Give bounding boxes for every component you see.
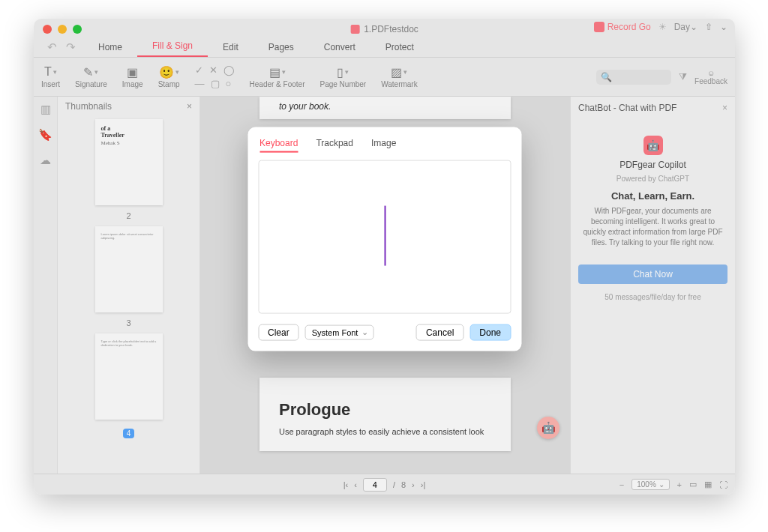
modal-tab-image[interactable]: Image (371, 137, 396, 152)
undo-button[interactable]: ↶ (47, 40, 57, 54)
page-sep: / (393, 480, 395, 489)
view-grid-icon[interactable]: ▦ (704, 480, 712, 489)
rail-attachments-icon[interactable]: ☁ (40, 154, 51, 167)
toolbar-right: 🔍 ⧩ ☺ Feedback (596, 69, 728, 85)
x-icon[interactable]: ✕ (209, 64, 218, 76)
stamp-icon: 🙂 (159, 65, 174, 79)
thumbnail-page-1[interactable]: of a Traveller Mehak S (95, 119, 163, 205)
theme-icon[interactable]: ☀ (658, 22, 667, 32)
page-nav: |‹ ‹ / 8 › ›| (344, 478, 426, 492)
floating-bot-button[interactable]: 🤖 (537, 417, 560, 439)
more-icon[interactable]: ⌄ (720, 22, 728, 32)
signature-icon: ✎ (83, 65, 93, 79)
copilot-sub: Powered by ChatGPT (616, 175, 689, 183)
tool-header-footer[interactable]: ▤▾ Header & Footer (250, 65, 305, 88)
prologue-body: Use paragraph styles to easily achieve a… (279, 427, 491, 436)
tool-watermark[interactable]: ▨▾ Watermark (381, 65, 418, 88)
copilot-headline: Chat, Learn, Earn. (611, 190, 694, 202)
theme-select[interactable]: Day⌄ (674, 22, 698, 32)
square-icon[interactable]: ▢ (211, 78, 220, 89)
thumbnail-list: of a Traveller Mehak S 2 Lorem ipsum dol… (58, 116, 200, 474)
modal-tab-trackpad[interactable]: Trackpad (316, 137, 353, 152)
tool-shapes: ✓✕◯ —▢○ (195, 64, 235, 89)
window-controls (43, 25, 82, 34)
copilot-title: PDFgear Copilot (620, 160, 686, 170)
zoom-in-icon[interactable]: + (677, 480, 682, 489)
zoom-level[interactable]: 100% ⌄ (632, 479, 669, 490)
text-cursor (385, 206, 386, 266)
thumbnails-close[interactable]: × (187, 101, 192, 112)
tool-stamp[interactable]: 🙂▾ Stamp (158, 65, 180, 88)
circle-icon[interactable]: ○ (226, 78, 232, 89)
tab-home[interactable]: Home (83, 39, 137, 57)
rail-thumbnails-icon[interactable]: ▥ (40, 103, 51, 116)
thumbnails-title: Thumbnails (65, 101, 112, 112)
oval-icon[interactable]: ◯ (224, 64, 235, 76)
nav-next[interactable]: › (412, 480, 415, 489)
chat-title: ChatBot - Chat with PDF (578, 103, 676, 113)
search-input[interactable]: 🔍 (596, 70, 671, 85)
tool-insert[interactable]: T▾ Insert (41, 65, 60, 88)
search-icon: 🔍 (601, 72, 612, 82)
header-footer-icon: ▤ (269, 65, 280, 79)
clear-button[interactable]: Clear (258, 324, 299, 340)
tab-convert[interactable]: Convert (309, 39, 370, 57)
page-number-3: 3 (126, 318, 130, 327)
cancel-button[interactable]: Cancel (416, 324, 464, 340)
tab-edit[interactable]: Edit (208, 39, 254, 57)
line-icon[interactable]: — (195, 78, 205, 89)
current-page-badge: 4 (123, 429, 135, 438)
nav-last[interactable]: ›| (421, 480, 426, 489)
watermark-icon: ▨ (391, 65, 402, 79)
minimize-window[interactable] (58, 25, 67, 34)
feedback-button[interactable]: ☺ Feedback (694, 69, 728, 85)
chat-now-button[interactable]: Chat Now (578, 265, 728, 284)
nav-prev[interactable]: ‹ (354, 480, 357, 489)
thumbnails-panel: Thumbnails × of a Traveller Mehak S 2 Lo… (58, 97, 200, 474)
feedback-icon: ☺ (707, 69, 715, 77)
close-window[interactable] (43, 25, 52, 34)
app-window: 1.PDFtestdoc Record Go ☀ Day⌄ ⇧ ⌄ ↶ ↷ Ho… (34, 19, 735, 495)
filter-icon[interactable]: ⧩ (679, 71, 687, 83)
toolbar: T▾ Insert ✎▾ Signature ▣ Image 🙂▾ Stamp … (34, 58, 735, 97)
chat-panel: ChatBot - Chat with PDF × 🤖 PDFgear Copi… (570, 97, 735, 474)
tool-page-number[interactable]: ▯▾ Page Number (320, 65, 366, 88)
tab-fill-sign[interactable]: Fill & Sign (137, 37, 208, 57)
font-select[interactable]: System Font (305, 324, 374, 339)
signature-canvas[interactable] (258, 160, 511, 313)
left-rail: ▥ 🔖 ☁ (34, 97, 58, 474)
titlebar-right: Record Go ☀ Day⌄ ⇧ ⌄ (594, 22, 728, 32)
modal-tab-keyboard[interactable]: Keyboard (260, 137, 298, 152)
view-full-icon[interactable]: ⛶ (719, 480, 728, 489)
statusbar-right: − 100% ⌄ + ▭ ▦ ⛶ (620, 479, 728, 490)
done-button[interactable]: Done (470, 324, 511, 340)
statusbar: |‹ ‹ / 8 › ›| − 100% ⌄ + ▭ ▦ ⛶ (34, 474, 735, 495)
page-input[interactable] (363, 478, 387, 492)
modal-actions: Clear System Font Cancel Done (258, 324, 511, 340)
tab-protect[interactable]: Protect (370, 39, 429, 57)
window-title: 1.PDFtestdoc (350, 24, 418, 34)
nav-first[interactable]: |‹ (344, 480, 349, 489)
record-label: Record Go (608, 22, 651, 32)
redo-button[interactable]: ↷ (66, 40, 76, 54)
maximize-window[interactable] (73, 25, 82, 34)
page-top-fragment: to your book. (260, 97, 511, 119)
rail-bookmarks-icon[interactable]: 🔖 (38, 128, 52, 142)
signature-modal: Keyboard Trackpad Image Clear System Fon… (248, 127, 521, 351)
tool-image[interactable]: ▣ Image (122, 65, 143, 88)
page-prologue: Prologue Use paragraph styles to easily … (260, 378, 511, 451)
share-icon[interactable]: ⇧ (705, 22, 712, 32)
pdf-icon (350, 25, 359, 34)
undo-redo: ↶ ↷ (40, 40, 83, 57)
thumbnail-page-2[interactable]: Lorem ipsum dolor sit amet consectetur a… (95, 226, 163, 312)
tool-signature[interactable]: ✎▾ Signature (75, 65, 107, 88)
bot-icon: 🤖 (644, 136, 663, 155)
thumbnail-page-3[interactable]: Type or click the placeholder text to ad… (95, 333, 163, 420)
chat-close[interactable]: × (722, 103, 728, 113)
tab-pages[interactable]: Pages (254, 39, 309, 57)
view-single-icon[interactable]: ▭ (689, 480, 697, 489)
zoom-out-icon[interactable]: − (620, 480, 624, 489)
prologue-heading: Prologue (279, 400, 491, 420)
check-icon[interactable]: ✓ (195, 64, 203, 76)
record-button[interactable]: Record Go (594, 22, 651, 32)
